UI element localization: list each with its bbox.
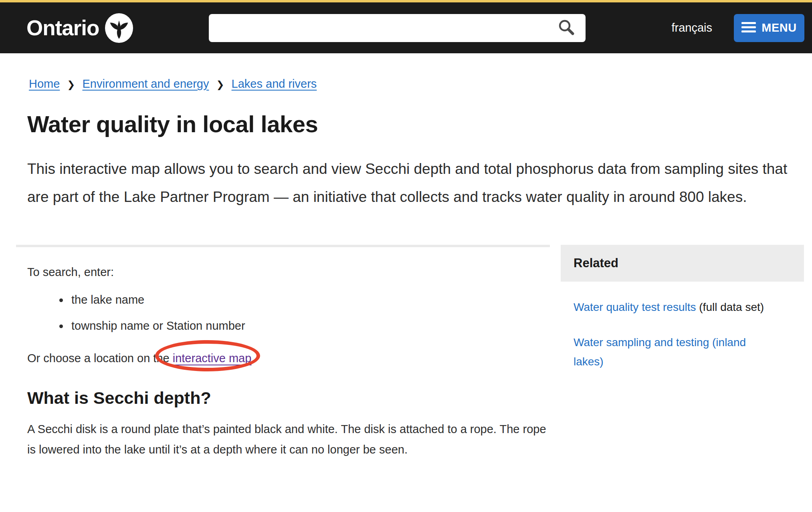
search-instructions-section: To search, enter: the lake name township…	[16, 245, 550, 460]
page: Ontario	[0, 0, 812, 512]
related-link-row: Water quality test results (full data se…	[574, 298, 802, 317]
list-item-township-or-station: township name or Station number	[69, 319, 550, 333]
breadcrumb-link-home[interactable]: Home	[29, 77, 60, 91]
site-header: Ontario	[0, 0, 812, 53]
interactive-map-link[interactable]: interactive map	[173, 352, 252, 365]
related-sidebar: Related Water quality test results (full…	[561, 245, 804, 371]
choose-location-prefix: Or choose a location on the	[27, 352, 173, 365]
interactive-map-link-wrap: interactive map	[173, 352, 252, 365]
search-input[interactable]	[209, 14, 547, 42]
breadcrumb-link-environment-and-energy[interactable]: Environment and energy	[82, 77, 209, 91]
secchi-depth-paragraph: A Secchi disk is a round plate that’s pa…	[27, 419, 550, 460]
search-icon	[557, 18, 576, 38]
related-sidebar-header: Related	[561, 245, 804, 282]
breadcrumb-link-lakes-and-rivers[interactable]: Lakes and rivers	[232, 77, 317, 91]
page-title: Water quality in local lakes	[27, 111, 804, 137]
search-instructions-lead: To search, enter:	[27, 266, 550, 279]
related-link-row: Water sampling and testing (inland lakes…	[574, 333, 802, 371]
two-column-section: To search, enter: the lake name township…	[27, 245, 804, 460]
chevron-right-icon: ❯	[216, 79, 224, 90]
related-heading: Related	[574, 256, 618, 270]
breadcrumb: Home ❯ Environment and energy ❯ Lakes an…	[29, 77, 812, 91]
related-link-water-sampling-and-testing[interactable]: Water sampling and testing (inland lakes…	[574, 333, 774, 371]
ontario-logo-text: Ontario	[26, 16, 99, 40]
ontario-logo[interactable]: Ontario	[26, 13, 133, 43]
hamburger-icon	[741, 22, 756, 34]
related-links: Water quality test results (full data se…	[561, 282, 804, 371]
language-toggle-link[interactable]: français	[671, 21, 712, 34]
search-button[interactable]	[547, 14, 586, 42]
menu-button-label: MENU	[762, 21, 796, 34]
menu-button[interactable]: MENU	[734, 14, 804, 42]
choose-location-suffix: .	[251, 352, 255, 365]
list-item-lake-name: the lake name	[69, 293, 550, 306]
secchi-depth-heading: What is Secchi depth?	[27, 388, 550, 408]
main-content: Water quality in local lakes This intera…	[0, 111, 812, 460]
intro-paragraph: This interactive map allows you to searc…	[27, 155, 795, 211]
trillium-icon	[105, 13, 133, 43]
search-criteria-list: the lake name township name or Station n…	[27, 293, 550, 333]
related-link-suffix: (full data set)	[696, 301, 764, 313]
choose-location-line: Or choose a location on the interactive …	[27, 352, 550, 365]
chevron-right-icon: ❯	[67, 79, 75, 90]
related-link-water-quality-test-results[interactable]: Water quality test results	[574, 301, 696, 313]
header-search-bar	[209, 14, 586, 42]
